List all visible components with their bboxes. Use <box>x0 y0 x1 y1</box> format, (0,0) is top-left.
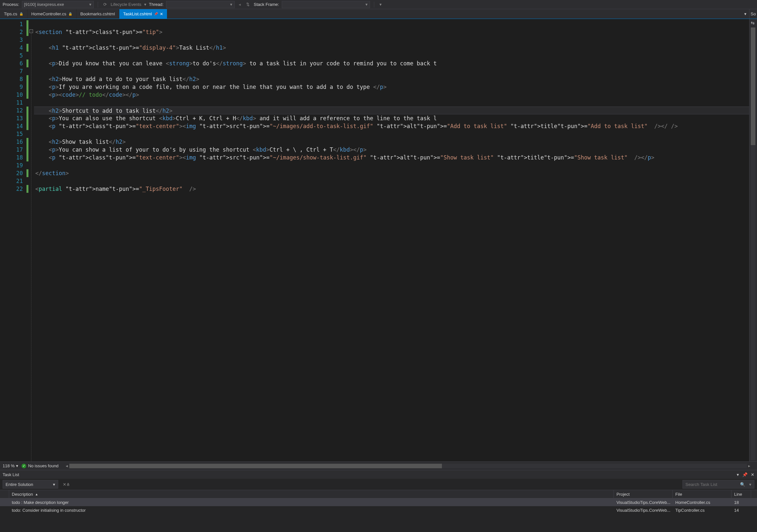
stackframe-combo[interactable] <box>282 1 370 8</box>
scope-combo[interactable]: Entire Solution <box>3 480 58 488</box>
code-line[interactable] <box>34 36 749 44</box>
chevron-down-icon[interactable] <box>144 2 146 7</box>
column-description[interactable]: Description ▲ <box>9 490 614 498</box>
chevron-down-icon <box>89 2 92 7</box>
scroll-thumb[interactable] <box>751 27 755 145</box>
close-icon[interactable]: ✕ <box>751 472 754 477</box>
window-position-icon[interactable] <box>737 472 739 477</box>
task-file: HomeController.cs <box>673 500 732 505</box>
toolbar-overflow-icon[interactable] <box>378 2 383 7</box>
column-line[interactable]: Line <box>732 490 751 498</box>
change-marker <box>26 162 28 169</box>
process-combo[interactable]: [9100] iisexpress.exe <box>22 1 94 8</box>
code-line[interactable]: <p>You can show a list of your to do's b… <box>34 146 749 154</box>
vertical-scrollbar[interactable]: ⇆ <box>749 19 757 461</box>
task-project: VisualStudioTips.CoreWeb... <box>614 500 673 505</box>
column-priority[interactable] <box>0 490 9 498</box>
line-number: 18 <box>7 154 23 162</box>
tab-label: Bookmarks.cshtml <box>80 12 115 16</box>
line-number: 2 <box>7 28 23 36</box>
refresh-icon[interactable]: ⟳ <box>102 2 108 7</box>
code-editor[interactable]: <section "t-attr">class"t-pun">="tip"> <… <box>34 19 749 461</box>
chevron-down-icon <box>16 463 18 468</box>
task-row[interactable]: todo : Make description longerVisualStud… <box>0 498 757 506</box>
tab-tips-cs[interactable]: Tips.cs 🔒 <box>0 9 27 19</box>
chevron-down-icon[interactable] <box>749 482 751 487</box>
fold-toggle-icon[interactable]: − <box>29 29 33 33</box>
line-number: 4 <box>7 44 23 52</box>
sort-ascending-icon: ▲ <box>35 492 38 496</box>
code-line[interactable]: <h1 "t-attr">class"t-pun">="display-4">T… <box>34 44 749 52</box>
tab-label: TaskList.cshtml <box>123 12 152 16</box>
code-line[interactable] <box>34 130 749 138</box>
code-line[interactable]: <partial "t-attr">name"t-pun">="_TipsFoo… <box>34 185 749 193</box>
code-line[interactable]: <h2>How to add a to do to your task list… <box>34 75 749 83</box>
change-marker <box>26 20 28 28</box>
code-line[interactable]: <p>If you are working on a code file, th… <box>34 83 749 91</box>
code-line[interactable] <box>34 67 749 75</box>
task-list-rows: todo : Make description longerVisualStud… <box>0 498 757 532</box>
code-line[interactable] <box>34 20 749 28</box>
line-number: 8 <box>7 75 23 83</box>
scroll-thumb[interactable] <box>69 464 442 468</box>
code-line[interactable]: <p>You can also use the shortcut <kbd>Ct… <box>34 114 749 122</box>
line-number: 10 <box>7 91 23 99</box>
glyph-margin[interactable] <box>0 19 7 461</box>
change-marker <box>26 138 28 146</box>
pin-icon[interactable]: 📌 <box>154 12 158 16</box>
process-value: [9100] iisexpress.exe <box>24 2 64 7</box>
tab-label: HomeController.cs <box>31 12 66 16</box>
tab-tasklist-cshtml[interactable]: TaskList.cshtml 📌 ✕ <box>119 9 167 19</box>
column-padding <box>751 490 757 498</box>
code-line[interactable]: <p "t-attr">class"t-pun">="text-center">… <box>34 154 749 162</box>
task-file: TipController.cs <box>673 508 732 513</box>
step-back-icon[interactable]: ◂ <box>237 2 242 7</box>
ok-check-icon: ✓ <box>21 464 26 468</box>
task-description: todo: Consider initialising in construct… <box>9 508 614 513</box>
line-number-gutter[interactable]: 12345678910111213141516171819202122 <box>7 19 26 461</box>
code-line[interactable]: </section> <box>34 169 749 177</box>
zoom-combo[interactable]: 118 % <box>3 463 18 468</box>
search-icon[interactable]: 🔍 <box>740 482 745 487</box>
code-line[interactable]: <h2>Show task list</h2> <box>34 138 749 146</box>
code-line[interactable] <box>34 99 749 106</box>
change-marker <box>26 52 28 59</box>
horizontal-scrollbar[interactable]: ◂ ▸ <box>64 463 752 468</box>
tab-bookmarks-cshtml[interactable]: Bookmarks.cshtml <box>76 9 119 19</box>
code-line[interactable]: <section "t-attr">class"t-pun">="tip"> <box>34 28 749 36</box>
search-input[interactable] <box>685 482 738 487</box>
fold-guide-line <box>31 33 31 461</box>
close-icon[interactable]: ✕ <box>160 12 163 16</box>
lock-icon: 🔒 <box>19 12 23 16</box>
task-list-search[interactable]: 🔍 <box>682 480 754 488</box>
task-row[interactable]: todo: Consider initialising in construct… <box>0 506 757 514</box>
line-number: 3 <box>7 36 23 44</box>
line-number: 7 <box>7 67 23 75</box>
split-editor-icon[interactable]: ⇆ <box>751 20 755 25</box>
filter-icon[interactable]: ✕⋔ <box>61 482 72 487</box>
code-line[interactable]: <p><code>// todo</code></p> <box>34 91 749 99</box>
change-marker <box>26 146 28 154</box>
thread-combo[interactable] <box>166 1 235 8</box>
editor-area: 12345678910111213141516171819202122 − <s… <box>0 19 757 461</box>
code-line[interactable] <box>34 177 749 185</box>
pin-icon[interactable]: 📌 <box>742 472 747 477</box>
issues-status[interactable]: ✓ No issues found <box>21 463 58 468</box>
right-panel-collapsed[interactable]: So <box>749 9 757 19</box>
scroll-left-icon[interactable]: ◂ <box>64 463 69 468</box>
code-line[interactable] <box>34 52 749 59</box>
code-line[interactable] <box>34 162 749 169</box>
code-line[interactable]: <p "t-attr">class"t-pun">="text-center">… <box>34 122 749 130</box>
column-project[interactable]: Project <box>614 490 673 498</box>
scroll-track[interactable] <box>69 464 747 468</box>
code-line[interactable]: <p>Did you know that you can leave <stro… <box>34 59 749 67</box>
code-line[interactable]: <h2>Shortcut to add to task list</h2> <box>34 106 749 114</box>
tab-homecontroller-cs[interactable]: HomeController.cs 🔒 <box>27 9 76 19</box>
task-description: todo : Make description longer <box>9 500 614 505</box>
tabs-overflow-icon[interactable] <box>742 9 749 19</box>
column-file[interactable]: File <box>673 490 732 498</box>
scroll-right-icon[interactable]: ▸ <box>747 463 752 468</box>
change-marker <box>26 44 28 52</box>
outlining-gutter[interactable]: − <box>29 19 34 461</box>
step-icon[interactable]: ⇅ <box>245 2 251 7</box>
